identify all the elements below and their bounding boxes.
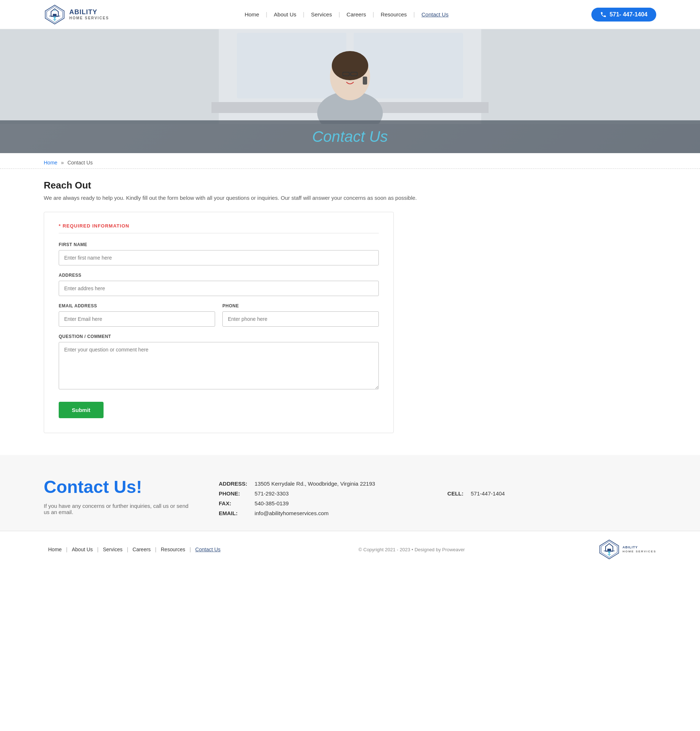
logo-text: ABILITY HOME SERVICES — [69, 8, 109, 21]
footer-cell-value: 571-447-1404 — [471, 490, 656, 496]
nav-resources[interactable]: Resources — [374, 11, 414, 18]
footer-email-label: EMAIL: — [219, 510, 247, 516]
footer-phone-label: PHONE: — [219, 490, 247, 496]
section-title: Reach Out — [44, 180, 656, 191]
logo[interactable]: ABILITY HOME SERVICES — [44, 4, 109, 25]
nav-services[interactable]: Services — [304, 11, 339, 18]
required-label: * REQUIRED INFORMATION — [59, 223, 379, 233]
address-group: ADDRESS — [59, 273, 379, 296]
address-input[interactable] — [59, 281, 379, 296]
footer-bottom: Home | About Us | Services | Careers | R… — [0, 531, 700, 568]
footer-copyright: © Copyright 2021 - 2023 • Designed by Pr… — [225, 547, 599, 552]
svg-rect-5 — [237, 33, 346, 98]
footer-address-value: 13505 Kerrydale Rd., Woodbridge, Virgini… — [254, 480, 656, 487]
first-name-input[interactable] — [59, 250, 379, 266]
footer-logo: ABILITY HOME SERVICES — [598, 539, 656, 561]
footer-nav-home[interactable]: Home — [44, 546, 66, 552]
footer-nav-services[interactable]: Services — [98, 546, 127, 552]
comment-textarea[interactable] — [59, 342, 379, 389]
footer-description: If you have any concerns or further inqu… — [44, 503, 189, 515]
footer-logo-line1: ABILITY — [622, 545, 656, 550]
breadcrumb-separator: » — [61, 160, 64, 166]
footer-main: Contact Us! If you have any concerns or … — [0, 455, 700, 531]
email-label: EMAIL ADDRESS — [59, 303, 215, 308]
svg-point-2 — [54, 16, 56, 19]
footer-nav: Home | About Us | Services | Careers | R… — [44, 546, 225, 552]
hero-bg-svg — [0, 29, 700, 124]
footer-logo-icon — [598, 539, 620, 561]
footer-email-value: info@abilityhomeservices.com — [254, 510, 656, 516]
section-description: We are always ready to help you. Kindly … — [44, 195, 656, 201]
footer-logo-line2: HOME SERVICES — [622, 550, 656, 553]
footer-fax-value: 540-385-0139 — [254, 500, 440, 506]
breadcrumb-current: Contact Us — [68, 160, 92, 166]
footer-cell-label: CELL: — [448, 490, 464, 496]
phone-group: PHONE — [222, 303, 379, 327]
main-nav: Home | About Us | Services | Careers | R… — [238, 11, 455, 18]
footer-fax-label: FAX: — [219, 500, 247, 506]
breadcrumb-home[interactable]: Home — [44, 160, 57, 166]
footer-contact-title: Contact Us! — [44, 477, 189, 497]
email-group: EMAIL ADDRESS — [59, 303, 215, 327]
phone-button[interactable]: 571- 447-1404 — [591, 8, 656, 22]
footer-left: Contact Us! If you have any concerns or … — [44, 477, 189, 515]
nav-careers[interactable]: Careers — [340, 11, 373, 18]
nav-home[interactable]: Home — [238, 11, 266, 18]
first-name-group: FIRST NAME — [59, 242, 379, 266]
hero-title: Contact Us — [312, 128, 388, 145]
comment-group: QUESTION / COMMENT — [59, 334, 379, 391]
header: ABILITY HOME SERVICES Home | About Us | … — [0, 0, 700, 29]
main-content: Reach Out We are always ready to help yo… — [0, 169, 700, 455]
phone-icon — [600, 11, 607, 18]
email-input[interactable] — [59, 311, 215, 327]
svg-rect-14 — [363, 76, 367, 85]
phone-input[interactable] — [222, 311, 379, 327]
comment-label: QUESTION / COMMENT — [59, 334, 379, 339]
footer-address-label: ADDRESS: — [219, 480, 247, 487]
svg-point-17 — [608, 551, 610, 553]
footer-nav-about[interactable]: About Us — [68, 546, 97, 552]
footer-nav-resources[interactable]: Resources — [156, 546, 189, 552]
contact-form-box: * REQUIRED INFORMATION FIRST NAME ADDRES… — [44, 212, 394, 433]
footer-right: ADDRESS: 13505 Kerrydale Rd., Woodbridge… — [219, 477, 656, 516]
submit-button[interactable]: Submit — [59, 402, 104, 418]
logo-icon — [44, 4, 66, 25]
footer-nav-careers[interactable]: Careers — [128, 546, 155, 552]
nav-contact[interactable]: Contact Us — [415, 11, 455, 18]
breadcrumb: Home » Contact Us — [0, 153, 700, 169]
address-label: ADDRESS — [59, 273, 379, 278]
footer-phone-value: 571-292-3303 — [254, 490, 440, 496]
hero-overlay: Contact Us — [0, 120, 700, 153]
svg-rect-6 — [354, 33, 463, 98]
hero-section: Contact Us — [0, 29, 700, 153]
svg-point-10 — [332, 51, 368, 80]
first-name-label: FIRST NAME — [59, 242, 379, 247]
footer-nav-contact[interactable]: Contact Us — [191, 546, 225, 552]
email-phone-row: EMAIL ADDRESS PHONE — [59, 303, 379, 334]
phone-label: PHONE — [222, 303, 379, 308]
nav-about[interactable]: About Us — [267, 11, 303, 18]
